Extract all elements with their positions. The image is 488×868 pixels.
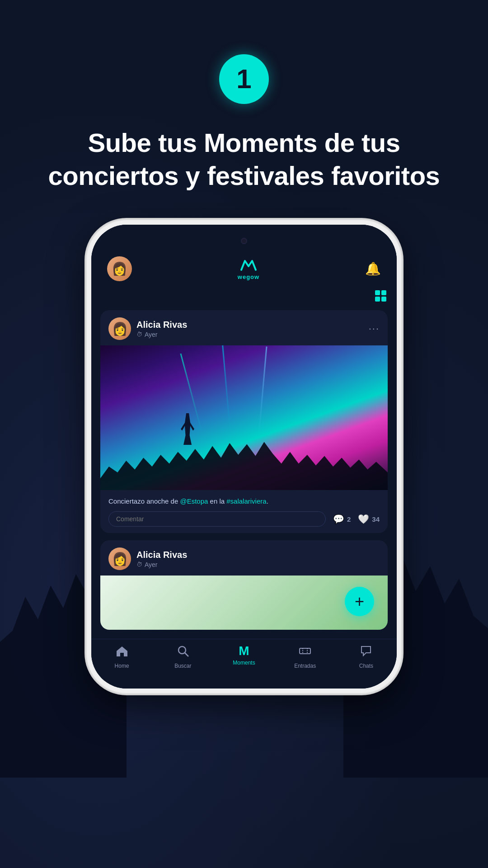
front-camera [241,238,247,244]
phone-inner: 👩 wegow 🔔 [91,225,397,689]
post-username-1: Alicia Rivas [136,320,187,330]
logo-label: wegow [238,274,259,280]
post-time-label-2: Ayer [145,561,158,568]
post-time-1: ⏱ Ayer [136,331,187,338]
svg-rect-6 [300,648,310,654]
post-footer-1: Conciertazo anoche de @Estopa en la #sal… [100,490,388,533]
light-beam-1 [180,354,202,433]
svg-line-5 [185,653,188,656]
post-card-2: 👩 Alicia Rivas ⏱ Ayer [100,540,388,630]
concert-crowd [100,431,388,490]
nav-item-entradas[interactable]: Entradas [275,645,336,669]
nav-label-home: Home [115,663,129,669]
nav-label-entradas: Entradas [294,663,316,669]
ticket-icon [299,645,311,660]
fab-plus-icon: + [355,594,364,610]
post-username-2: Alicia Rivas [136,550,187,560]
post-actions-1: 💬 2 🤍 34 [108,511,380,527]
caption-mention[interactable]: @Estopa [180,497,208,505]
caption-middle: en la [208,497,226,505]
comment-icon: 💬 [333,514,344,524]
light-beam-2 [222,345,231,432]
page-content: 1 Sube tus Moments de tus conciertos y f… [0,0,488,868]
post-caption-1: Conciertazo anoche de @Estopa en la #sal… [108,496,380,506]
likes-action[interactable]: 🤍 34 [358,514,380,524]
comments-action[interactable]: 💬 2 [333,514,351,524]
headline-text: Sube tus Moments de tus conciertos y fes… [48,127,440,192]
wegow-logo-icon [238,257,259,274]
content-area: 👩 Alicia Rivas ⏱ Ayer · [91,288,397,689]
post-time-2: ⏱ Ayer [136,561,187,568]
caption-text-1: Conciertazo anoche de [108,497,180,505]
nav-item-moments[interactable]: M Moments [213,645,274,666]
svg-rect-3 [381,297,386,302]
grid-view-icon[interactable] [375,290,388,306]
clock-icon: ⏱ [136,331,142,338]
nav-item-home[interactable]: Home [91,645,152,669]
post-avatar-2[interactable]: 👩 [108,547,131,570]
nav-label-buscar: Buscar [174,663,191,669]
notification-bell-icon[interactable]: 🔔 [365,261,381,276]
create-post-fab[interactable]: + [345,587,374,616]
chat-icon [360,645,372,660]
home-icon [116,645,128,660]
step-badge: 1 [219,54,269,104]
step-number: 1 [236,66,251,93]
post-user-1: 👩 Alicia Rivas ⏱ Ayer [108,317,187,340]
post-image-1 [100,345,388,490]
bottom-navigation: Home Buscar M Moments [91,639,397,689]
caption-end: . [267,497,268,505]
post-header-2: 👩 Alicia Rivas ⏱ Ayer [100,540,388,576]
headline-line1: Sube tus Moments de tus [88,128,400,157]
post-user-2: 👩 Alicia Rivas ⏱ Ayer [108,547,187,570]
likes-count: 34 [372,515,380,523]
post-header-1: 👩 Alicia Rivas ⏱ Ayer · [100,310,388,345]
phone-mockup: 👩 wegow 🔔 [86,219,402,694]
search-icon [177,645,189,660]
comments-count: 2 [347,515,351,523]
stage-lights [100,345,388,432]
light-beam-3 [258,347,267,433]
heart-icon: 🤍 [358,514,369,524]
post-time-label-1: Ayer [145,331,158,338]
nav-item-buscar[interactable]: Buscar [152,645,213,669]
app-logo: wegow [238,257,259,280]
user-avatar-header[interactable]: 👩 [107,256,132,281]
headline: Sube tus Moments de tus conciertos y fes… [12,127,476,192]
caption-hashtag[interactable]: #salalariviera [226,497,266,505]
post-card-1: 👩 Alicia Rivas ⏱ Ayer · [100,310,388,533]
comment-input-1[interactable] [108,511,326,527]
nav-label-moments: Moments [233,660,255,666]
svg-rect-2 [375,297,380,302]
nav-label-chats: Chats [359,663,373,669]
clock-icon-2: ⏱ [136,561,142,568]
moments-icon: M [239,645,249,657]
svg-rect-1 [381,290,386,295]
nav-item-chats[interactable]: Chats [336,645,397,669]
svg-rect-0 [375,290,380,295]
grid-toggle-row [100,288,388,310]
phone-notch [208,233,280,249]
post-user-info-1: Alicia Rivas ⏱ Ayer [136,320,187,338]
post-user-info-2: Alicia Rivas ⏱ Ayer [136,550,187,568]
post-avatar-1[interactable]: 👩 [108,317,131,340]
phone-screen: 👩 wegow 🔔 [91,225,397,689]
svg-point-4 [178,646,186,654]
headline-line2: conciertos y festivales favoritos [48,161,440,190]
post-more-button-1[interactable]: ··· [369,323,380,335]
